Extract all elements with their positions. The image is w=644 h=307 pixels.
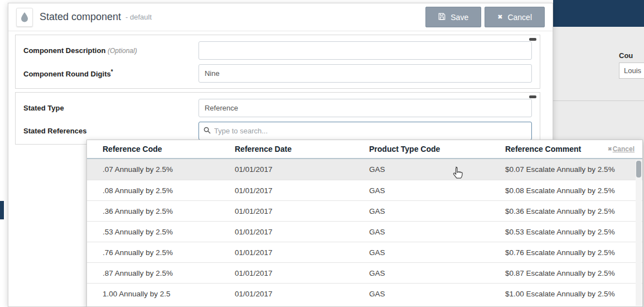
scrollbar-thumb[interactable] (636, 161, 641, 178)
stated-type-row: Stated Type (16, 99, 540, 117)
table-row[interactable]: .07 Annually by 2.5% 01/01/2017 GAS $0.0… (87, 159, 642, 180)
panel-scrollbar-thumb[interactable] (529, 38, 536, 41)
stated-references-search (198, 122, 532, 140)
component-round-digits-label: Component Round Digits* (23, 69, 198, 78)
close-icon: ✖ (608, 146, 612, 152)
required-mark: * (111, 69, 113, 75)
table-row[interactable]: 1.00 Annually by 2.5 01/01/2017 GAS $1.0… (87, 283, 642, 304)
stated-references-row: Stated References (16, 122, 540, 140)
component-round-digits-row: Component Round Digits* (16, 64, 540, 83)
save-button[interactable]: Save (425, 7, 481, 27)
background-divider (553, 100, 644, 101)
search-icon (204, 126, 211, 136)
component-description-label: Component Description (Optional) (23, 46, 198, 55)
modal-actions: Save ✖ Cancel (425, 7, 545, 27)
panel-scrollbar-thumb[interactable] (529, 95, 536, 98)
column-header-product-type-code: Product Type Code (369, 145, 505, 154)
search-input[interactable] (214, 127, 527, 135)
left-accent-strip (0, 201, 4, 219)
background-field-label: Cou (619, 51, 644, 60)
app-header-bar (553, 0, 644, 27)
table-row[interactable]: .36 Annually by 2.5% 01/01/2017 GAS $0.3… (87, 200, 642, 221)
modal-subtitle: - default (125, 13, 152, 21)
background-field-value: Louis (619, 63, 644, 79)
flame-icon (16, 8, 33, 27)
table-row[interactable]: .76 Annually by 2.5% 01/01/2017 GAS $0.7… (87, 242, 642, 262)
stated-references-label: Stated References (23, 127, 198, 135)
modal-header: Stated component - default Save ✖ Cancel (8, 3, 553, 31)
table-row[interactable]: .08 Annually by 2.5% 01/01/2017 GAS $0.0… (87, 180, 642, 200)
component-round-digits-input[interactable] (198, 64, 532, 83)
stated-type-label: Stated Type (23, 104, 198, 112)
column-header-reference-code: Reference Code (103, 145, 235, 154)
results-scrollbar[interactable] (636, 160, 642, 306)
close-icon: ✖ (497, 14, 502, 20)
cancel-button[interactable]: ✖ Cancel (485, 7, 545, 27)
results-cancel-link[interactable]: ✖Cancel (608, 145, 635, 153)
optional-hint: (Optional) (108, 47, 137, 55)
component-description-row: Component Description (Optional) (16, 41, 540, 60)
reference-search-results: Reference Code Reference Date Product Ty… (86, 140, 643, 307)
form-section-stated: Stated Type Stated References (15, 92, 540, 145)
cancel-button-label: Cancel (507, 13, 532, 22)
stated-type-input[interactable] (198, 99, 532, 117)
table-row[interactable]: .87 Annually by 2.5% 01/01/2017 GAS $0.8… (87, 262, 642, 283)
save-button-label: Save (451, 13, 468, 22)
table-row[interactable]: .53 Annually by 2.5% 01/01/2017 GAS $0.5… (87, 221, 642, 242)
component-description-input[interactable] (198, 41, 532, 60)
modal-title: Stated component (40, 11, 121, 23)
column-header-reference-date: Reference Date (235, 145, 369, 154)
results-header: Reference Code Reference Date Product Ty… (87, 140, 642, 159)
background-field: Cou Louis (619, 51, 644, 79)
form-section-general: Component Description (Optional) Compone… (15, 35, 540, 89)
save-icon (438, 13, 446, 22)
